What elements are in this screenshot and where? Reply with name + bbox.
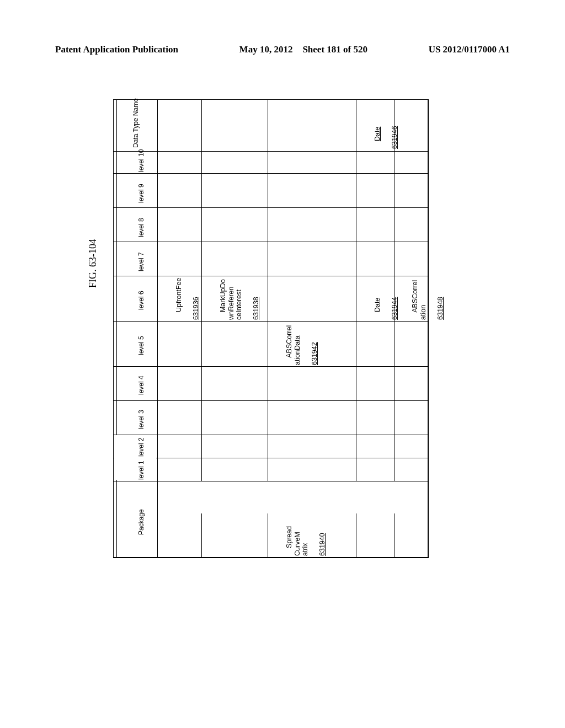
col-level2: level 2 [137, 437, 145, 457]
col-level5: level 5 [137, 336, 145, 355]
col-datatype: Data Type Name [132, 98, 140, 148]
row2-level6: MarkUpDo wnReferen ceInterest 631938 [211, 279, 276, 320]
col-level1: level 1 [137, 461, 145, 480]
col-level4: level 4 [137, 376, 145, 395]
figure-label: FIG. 63-104 [87, 239, 99, 288]
row4-datatype: Date 631946 [366, 126, 414, 149]
row5-level6: ABSCorrel ation 631948 [403, 280, 460, 320]
header-sheet: Sheet 181 of 520 [302, 44, 367, 55]
header-title: Patent Application Publication [55, 44, 178, 55]
row3-package: Spread CurveM atrix 631940 [278, 526, 342, 556]
col-level9: level 9 [137, 184, 145, 203]
header-date: May 10, 2012 [239, 44, 293, 55]
figure-table: Data Type Name level 10 level 9 level 8 … [113, 99, 428, 558]
col-level6: level 6 [137, 291, 145, 310]
header-pubno: US 2012/0117000 A1 [429, 44, 510, 55]
row3-level5: ABSCorrel ationData 631942 [278, 325, 334, 365]
col-level10: level 10 [137, 149, 145, 172]
page-header: Patent Application Publication May 10, 2… [0, 44, 565, 55]
col-level8: level 8 [137, 218, 145, 237]
col-package: Package [137, 509, 145, 535]
col-level7: level 7 [137, 252, 145, 271]
row1-level6: UpfrontFee 631936 [167, 278, 216, 320]
col-level3: level 3 [137, 410, 145, 429]
